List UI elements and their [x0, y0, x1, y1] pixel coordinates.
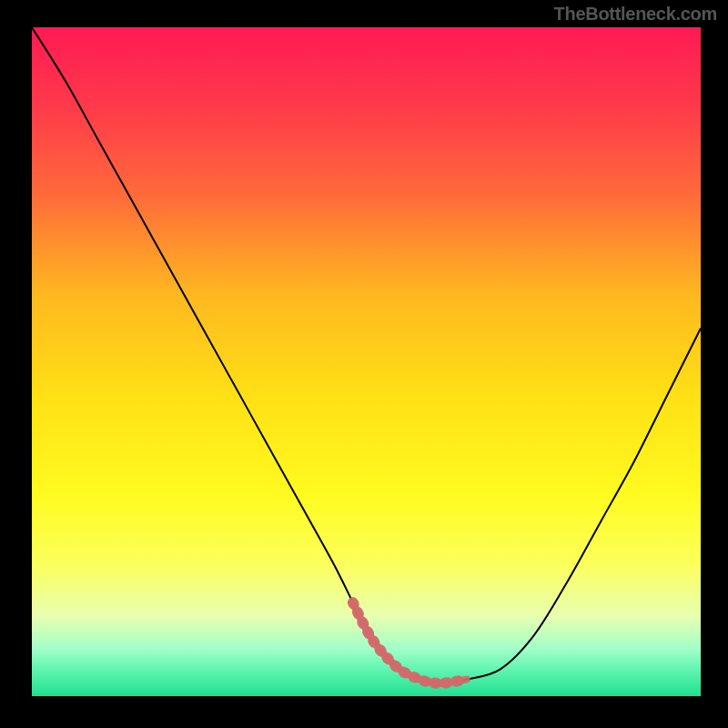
- chart-container: TheBottleneck.com: [0, 0, 728, 728]
- chart-svg: [32, 27, 701, 696]
- plot-area: [32, 27, 701, 696]
- watermark-text: TheBottleneck.com: [554, 4, 717, 25]
- gradient-background: [32, 27, 701, 696]
